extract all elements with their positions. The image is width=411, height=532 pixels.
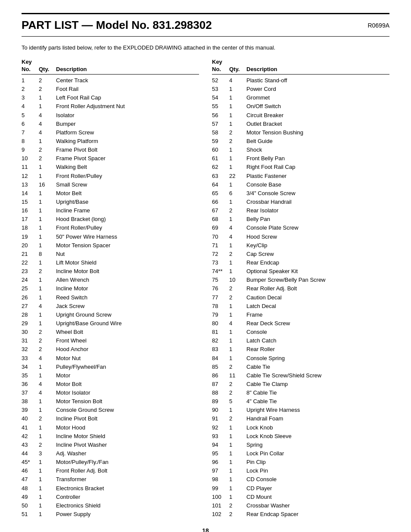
table-row: 28 1 Upright Ground Screw <box>22 311 199 319</box>
table-row: 40 2 Incline Pivot Bolt <box>22 414 199 423</box>
part-desc: Rear Deck Screw <box>246 319 389 328</box>
right-qty-label: Qty. <box>229 66 246 72</box>
part-key-no: 40 <box>22 414 39 423</box>
part-qty: 2 <box>229 510 246 519</box>
table-row: 80 4 Rear Deck Screw <box>212 319 389 328</box>
part-qty: 1 <box>39 467 56 475</box>
part-desc: Frame Pivot Spacer <box>56 154 199 163</box>
part-desc: On/Off Switch <box>246 102 389 111</box>
table-row: 49 1 Controller <box>22 493 199 501</box>
part-key-no: 12 <box>22 172 39 180</box>
part-key-no: 3 <box>22 93 39 102</box>
part-desc: Rear Isolator <box>246 206 389 215</box>
part-qty: 4 <box>39 128 56 137</box>
table-row: 87 2 Cable Tie Clamp <box>212 380 389 389</box>
part-key-no: 102 <box>212 510 229 519</box>
part-qty: 2 <box>39 336 56 345</box>
part-qty: 1 <box>229 449 246 458</box>
part-desc: Motor/Pulley/Fly./Fan <box>56 458 199 467</box>
part-key-no: 9 <box>22 146 39 154</box>
table-row: 69 4 Console Plate Screw <box>212 224 389 232</box>
part-qty: 1 <box>229 302 246 311</box>
part-key-no: 78 <box>212 302 229 311</box>
table-row: 34 1 Pulley/Flywheel/Fan <box>22 363 199 371</box>
table-row: 31 2 Front Wheel <box>22 336 199 345</box>
part-qty: 1 <box>229 111 246 120</box>
table-row: 36 4 Motor Bolt <box>22 380 199 389</box>
part-qty: 1 <box>39 363 56 371</box>
part-qty: 2 <box>229 293 246 302</box>
table-row: 14 1 Motor Belt <box>22 189 199 198</box>
left-parts-list: 1 2 Center Track 2 2 Foot Rail 3 1 Left … <box>22 76 199 519</box>
part-desc: Center Track <box>56 76 199 85</box>
part-desc: Console Spring <box>246 354 389 363</box>
part-qty: 2 <box>229 389 246 397</box>
table-row: 95 1 Lock Pin Collar <box>212 449 389 458</box>
part-qty: 4 <box>229 224 246 232</box>
part-qty: 2 <box>39 85 56 93</box>
table-row: 4 1 Front Roller Adjustment Nut <box>22 102 199 111</box>
table-row: 90 1 Upright Wire Harness <box>212 406 389 414</box>
part-key-no: 66 <box>212 198 229 206</box>
part-key-no: 20 <box>22 241 39 250</box>
part-key-no: 50 <box>22 501 39 510</box>
table-row: 26 1 Reed Switch <box>22 293 199 302</box>
part-key-no: 98 <box>212 475 229 484</box>
table-row: 99 1 CD Player <box>212 484 389 493</box>
table-row: 2 2 Foot Rail <box>22 85 199 93</box>
part-desc: Electronics Bracket <box>56 484 199 493</box>
part-desc: Pin Clip <box>246 458 389 467</box>
table-row: 94 1 Spring <box>212 441 389 449</box>
table-row: 71 1 Key/Clip <box>212 241 389 250</box>
part-desc: Upright/Base Ground Wire <box>56 319 199 328</box>
part-desc: Latch Decal <box>246 302 389 311</box>
table-row: 55 1 On/Off Switch <box>212 102 389 111</box>
table-row: 8 1 Walking Platform <box>22 137 199 146</box>
table-row: 73 1 Rear Endcap <box>212 258 389 267</box>
table-row: 9 2 Frame Pivot Bolt <box>22 146 199 154</box>
part-desc: Cable Tie Screw/Shield Screw <box>246 371 389 380</box>
table-row: 68 1 Belly Pan <box>212 215 389 224</box>
table-row: 41 1 Motor Hood <box>22 423 199 432</box>
part-desc: Console <box>246 328 389 336</box>
part-desc: Front Belly Pan <box>246 154 389 163</box>
part-key-no: 4 <box>22 102 39 111</box>
part-desc: Hood Anchor <box>56 345 199 354</box>
part-qty: 1 <box>229 432 246 441</box>
part-key-no: 51 <box>22 510 39 519</box>
table-row: 43 2 Incline Pivot Washer <box>22 441 199 449</box>
right-key-label: Key <box>212 59 229 65</box>
part-desc: Shock <box>246 146 389 154</box>
table-row: 5 4 Isolator <box>22 111 199 120</box>
part-desc: Front Wheel <box>56 336 199 345</box>
part-key-no: 17 <box>22 215 39 224</box>
table-row: 84 1 Console Spring <box>212 354 389 363</box>
part-desc: Power Cord <box>246 85 389 93</box>
left-col-header: Key <box>22 59 199 65</box>
right-no-label: No. <box>212 66 229 72</box>
table-row: 7 4 Platform Screw <box>22 128 199 137</box>
table-row: 37 4 Motor Isolator <box>22 389 199 397</box>
part-qty: 1 <box>39 233 56 241</box>
part-qty: 1 <box>229 120 246 128</box>
part-desc: Cable Tie <box>246 363 389 371</box>
part-desc: Key/Clip <box>246 241 389 250</box>
part-qty: 16 <box>39 180 56 189</box>
table-row: 38 1 Motor Tension Bolt <box>22 397 199 406</box>
part-qty: 1 <box>39 311 56 319</box>
part-key-no: 29 <box>22 319 39 328</box>
part-key-no: 41 <box>22 423 39 432</box>
part-qty: 1 <box>39 510 56 519</box>
part-key-no: 101 <box>212 501 229 510</box>
table-row: 47 1 Transformer <box>22 475 199 484</box>
part-qty: 1 <box>229 493 246 501</box>
right-column: Key No. Qty. Description 52 4 Plastic St… <box>212 59 389 519</box>
part-desc: Hood Screw <box>246 233 389 241</box>
table-row: 22 1 Lift Motor Shield <box>22 258 199 267</box>
part-key-no: 42 <box>22 432 39 441</box>
part-key-no: 99 <box>212 484 229 493</box>
part-key-no: 18 <box>22 224 39 232</box>
part-desc: Optional Speaker Kit <box>246 267 389 276</box>
part-desc: Platform Screw <box>56 128 199 137</box>
table-row: 89 5 4" Cable Tie <box>212 397 389 406</box>
